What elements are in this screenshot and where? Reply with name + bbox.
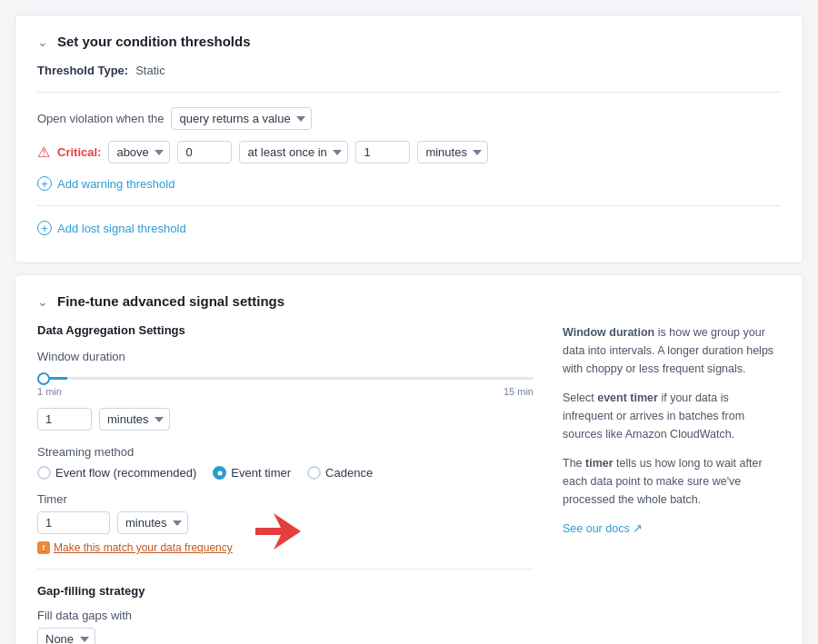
slider-labels: 1 min 15 min [37,386,534,397]
section1-header: ⌄ Set your condition thresholds [37,34,781,49]
event-timer-option[interactable]: Event timer [213,466,291,480]
threshold-type-value: Static [135,64,165,77]
streaming-method-label: Streaming method [37,445,534,459]
slider-min-label: 1 min [37,386,62,397]
timer-row: minutes [37,511,534,534]
section2-chevron-icon[interactable]: ⌄ [37,294,48,309]
cadence-option[interactable]: Cadence [307,466,373,480]
event-timer-label: Event timer [231,466,291,480]
threshold-type-row: Threshold Type: Static [37,64,781,77]
section2-right-panel: Window duration is how we group your dat… [563,323,781,644]
violation-label: Open violation when the [37,112,164,125]
unit-select[interactable]: minutes [417,141,488,163]
right-panel-p2-prefix: Select [563,391,597,404]
gap-filling-title: Gap-filling strategy [37,584,534,598]
right-panel-p2: Select event timer if your data is infre… [563,389,781,443]
critical-row: ⚠ Critical: above at least once in minut… [37,141,781,163]
window-duration-input[interactable] [37,408,92,431]
right-panel-p3: The timer tells us how long to wait afte… [563,454,781,509]
cadence-label: Cadence [325,466,373,480]
timer-bold: timer [585,457,614,470]
section1-title: Set your condition thresholds [57,34,251,49]
slider-container [37,369,534,382]
add-warning-label: Add warning threshold [57,177,175,191]
critical-warning-icon: ⚠ [37,144,50,161]
critical-value-input[interactable] [177,141,232,163]
add-lost-label: Add lost signal threshold [57,222,186,235]
section2-content: Data Aggregation Settings Window duratio… [37,323,781,644]
external-link-icon: ↗ [633,522,643,535]
right-panel-p1: Window duration is how we group your dat… [563,323,781,378]
slider-value-row: minutes [37,408,534,431]
event-timer-radio[interactable] [213,466,226,480]
data-aggregation-title: Data Aggregation Settings [37,323,534,337]
add-warning-icon: + [37,176,52,191]
window-duration-unit-select[interactable]: minutes [99,408,170,431]
match-link-text: Make this match your data frequency [54,541,233,554]
violation-row: Open violation when the query returns a … [37,107,781,130]
fill-data-select[interactable]: None [37,628,95,644]
match-frequency-link[interactable]: ! Make this match your data frequency [37,541,534,554]
window-duration-bold: Window duration [563,326,654,339]
threshold-type-label: Threshold Type: [37,64,128,77]
warning-icon: ! [37,541,50,554]
event-flow-radio[interactable] [37,466,51,480]
frequency-select[interactable]: at least once in [239,141,348,163]
cadence-radio[interactable] [307,466,321,480]
advanced-signal-settings-section: ⌄ Fine-tune advanced signal settings Dat… [15,274,803,644]
fill-data-label: Fill data gaps with [37,609,534,622]
section2-left-panel: Data Aggregation Settings Window duratio… [37,323,534,644]
window-duration-slider[interactable] [37,377,534,380]
timer-label: Timer [37,492,534,506]
violation-select[interactable]: query returns a value [171,107,312,130]
event-flow-option[interactable]: Event flow (recommended) [37,466,196,480]
section2-title: Fine-tune advanced signal settings [57,293,284,309]
section2-header: ⌄ Fine-tune advanced signal settings [37,293,781,309]
above-select[interactable]: above [108,141,170,163]
condition-thresholds-section: ⌄ Set your condition thresholds Threshol… [15,15,803,263]
event-flow-label: Event flow (recommended) [55,466,196,480]
see-docs-link[interactable]: See our docs ↗ [563,522,643,535]
add-lost-icon: + [37,221,52,235]
add-warning-threshold-link[interactable]: + Add warning threshold [37,176,781,191]
add-lost-signal-link[interactable]: + Add lost signal threshold [37,221,781,235]
event-timer-bold: event timer [597,391,658,404]
timer-unit-select[interactable]: minutes [117,511,188,534]
timer-input[interactable] [37,511,110,534]
see-docs-text: See our docs [563,522,630,535]
critical-label: Critical: [57,145,101,159]
streaming-method-radio-group: Event flow (recommended) Event timer Cad… [37,466,534,480]
interval-input[interactable] [355,141,410,163]
section1-chevron-icon[interactable]: ⌄ [37,35,48,49]
window-duration-label: Window duration [37,350,534,363]
slider-max-label: 15 min [504,386,534,397]
right-panel-p3-prefix: The [563,457,585,470]
gap-filling-section: Gap-filling strategy Fill data gaps with… [37,584,534,644]
